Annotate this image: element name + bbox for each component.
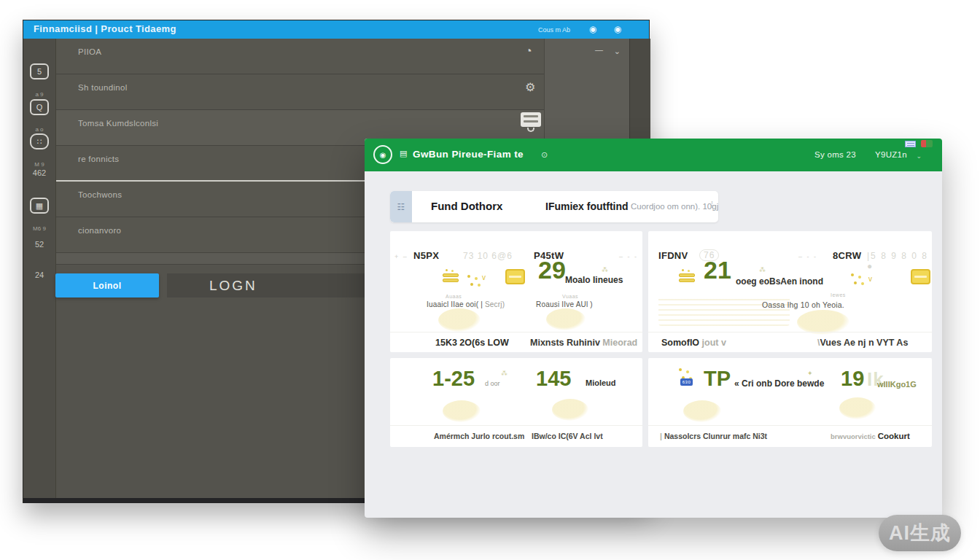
sidebar-caption: 462 [33, 168, 46, 177]
sidebar-caption: 24 [35, 271, 44, 279]
caret-icon: v [482, 273, 486, 281]
sketch-icon [552, 399, 588, 421]
stat-label: « Cri onb Dore bewde [734, 378, 824, 389]
sidebar-search-icon[interactable]: Q [30, 99, 49, 115]
footer-label: IBw/co IC(6V Acl lvt [532, 432, 603, 440]
front-window-title: GwBun Pireue-Fiam te [413, 149, 524, 160]
stat-value: 19 [841, 368, 864, 389]
stats-panel: + – N5PX 73 10 6@6 P45tW – - - v 29 Moal… [390, 231, 932, 447]
footer-label: | Nassolcrs Clunrur mafc Ni3t [660, 432, 767, 440]
stats-right-half: IFDNV 76 – - - 8CRW |5 8 9 8 0 8 ● 21 oo… [648, 231, 932, 447]
fund-search-card[interactable]: ☷ Fund Dothorx IFumiex foutftind Cuordjo… [390, 191, 718, 222]
login-button-primary[interactable]: Loinol [55, 273, 159, 298]
drag-handle-icon[interactable]: ⁞ [711, 200, 713, 210]
coins-icon [679, 273, 695, 286]
keypad-icon[interactable] [521, 112, 541, 127]
stats-card-top-left: + – N5PX 73 10 6@6 P45tW – - - v 29 Moal… [390, 231, 642, 352]
chevron-down-icon[interactable]: ⌄ [614, 47, 621, 56]
dash-decoration: – - - [798, 253, 817, 260]
coins-icon [443, 273, 459, 286]
stat-footer-row: | Nassolcrs Clunrur mafc Ni3t brwvuorvic… [648, 425, 932, 447]
tiny-caption: Iewes [831, 292, 846, 298]
watermark-label: AI生成 [889, 520, 951, 546]
group-title: N5PX [413, 250, 439, 261]
group-badge: |5 8 9 8 0 8 ● [867, 251, 932, 271]
sidebar-caption: M6 9 [33, 225, 46, 232]
yellow-card-icon [505, 269, 525, 284]
back-titlebar[interactable]: Finnamciisd | Prouct Tidaemg Cous m Ab ◉… [23, 20, 649, 39]
sidebar-calendar-icon[interactable]: ▦ [30, 198, 49, 214]
caret-icon: v [868, 275, 872, 283]
avatar: ☷ [390, 191, 412, 222]
asterism-mark: ⁂ [759, 266, 766, 273]
sidebar-caption: 52 [35, 240, 44, 249]
asterism-mark: ⁂ [501, 370, 508, 377]
blue-chip-badge: 630 [680, 378, 693, 386]
footer-label: \Vues Ae nj n VYT As [817, 338, 908, 348]
back-sidebar: 5 a 9 Q a o ∷ M 9 462 ▦ M6 9 52 24 [23, 39, 56, 503]
field-label: PIIOA [56, 39, 544, 56]
back-window-title: Finnamciisd | Prouct Tidaemg [34, 23, 176, 34]
field-label: Sh toundinol [56, 74, 544, 92]
sidebar-caption: M 9 [34, 161, 44, 168]
stat-footer-row: SomoflO jout v \Vues Ae nj n VYT As [648, 332, 932, 352]
tiny-caption: Vuaas [562, 294, 578, 299]
ai-generated-watermark: AI生成 [879, 515, 961, 551]
camera-icon[interactable]: ◉ [588, 24, 598, 34]
yellow-card-icon [911, 269, 930, 284]
stat-footer-row: 15K3 2O(6s LOW Mixnsts Ruhiniv Mieorad [390, 332, 642, 352]
sketch-icon [797, 310, 849, 335]
sparkle-mark: ✦ [807, 370, 813, 377]
dash-decoration: + – [394, 253, 408, 260]
group-title: IFDNV [658, 250, 688, 261]
stat-value: 21 [704, 257, 731, 282]
minimize-icon[interactable]: — [595, 45, 603, 54]
tiny-caption: Auaas [446, 294, 462, 299]
field-row-1[interactable]: PIIOA [56, 39, 544, 74]
stat-value: 1-25 [432, 368, 475, 389]
stat-footer-row: Amérmch Jurlo rcout.sm IBw/co IC(6V Acl … [390, 425, 642, 447]
sidebar-gamepad-icon[interactable]: ∷ [30, 133, 49, 149]
field-label: Tomsa Kumdslconlsi [56, 110, 544, 128]
sidebar-caption: a 9 [35, 91, 43, 98]
sketch-icon [546, 308, 586, 330]
stats-card-bottom-left: 1-25 d oor ⁂ 145 Mioleud Amérmch Jurlo r… [390, 358, 642, 447]
document-icon[interactable]: ▤ [400, 149, 407, 158]
footer-label: SomoflO jout v [661, 338, 726, 348]
badge-flag-icon [921, 140, 933, 147]
stat-label: ooeg eoBsAen inond [736, 276, 823, 287]
sub-label: Roausi IIve AUl ) [536, 300, 593, 308]
sparkle-icon [679, 368, 682, 371]
sparkle-icon [851, 273, 854, 276]
sidebar-doc-icon[interactable]: 5 [30, 63, 49, 79]
stat-value: 145 [536, 368, 571, 389]
sketch-icon [438, 308, 481, 332]
group-title: 8CRW [833, 250, 861, 261]
stat-label: Moalo Iineues [565, 275, 623, 285]
sketch-icon [443, 400, 481, 422]
info-icon[interactable]: ⊙ [541, 150, 548, 160]
titlebar-status-text[interactable]: Sy oms 23 [814, 150, 856, 159]
fund-card-subtitle: IFumiex foutftind [545, 201, 629, 212]
badge-grid-icon [905, 141, 916, 147]
gear-icon[interactable]: ⚙ [525, 80, 535, 94]
desktop: Finnamciisd | Prouct Tidaemg Cous m Ab ◉… [0, 0, 980, 560]
chevron-down-icon[interactable]: ⌄ [916, 152, 922, 160]
field-row-2[interactable]: Sh toundinol [56, 74, 544, 110]
footer-label: brwvuorvictic Cookurt [831, 432, 910, 440]
account-icon[interactable]: ◉ [612, 24, 623, 34]
stat-suffix: d oor [485, 380, 500, 387]
stat-value: TP [704, 368, 731, 389]
titlebar-user-menu[interactable]: Y9UZ1n [875, 150, 907, 159]
sub-label: Iuaaicl IIae ooi( | Secrj) [427, 300, 505, 308]
fund-card-title: Fund Dothorx [431, 200, 502, 212]
front-titlebar[interactable]: ◉ ▤ GwBun Pireue-Fiam te ⊙ Sy oms 23 Y9U… [365, 139, 942, 171]
app-logo-icon: ◉ [373, 145, 392, 164]
stat-label: Mioleud [586, 378, 616, 387]
stats-left-half: + – N5PX 73 10 6@6 P45tW – - - v 29 Moal… [390, 231, 642, 447]
dash-decoration: – - - [619, 253, 638, 260]
sparkle-icon [467, 275, 470, 278]
front-window: ◉ ▤ GwBun Pireue-Fiam te ⊙ Sy oms 23 Y9U… [365, 139, 942, 518]
clock-icon[interactable]: ◔ [525, 44, 532, 58]
sketch-icon [683, 400, 721, 422]
